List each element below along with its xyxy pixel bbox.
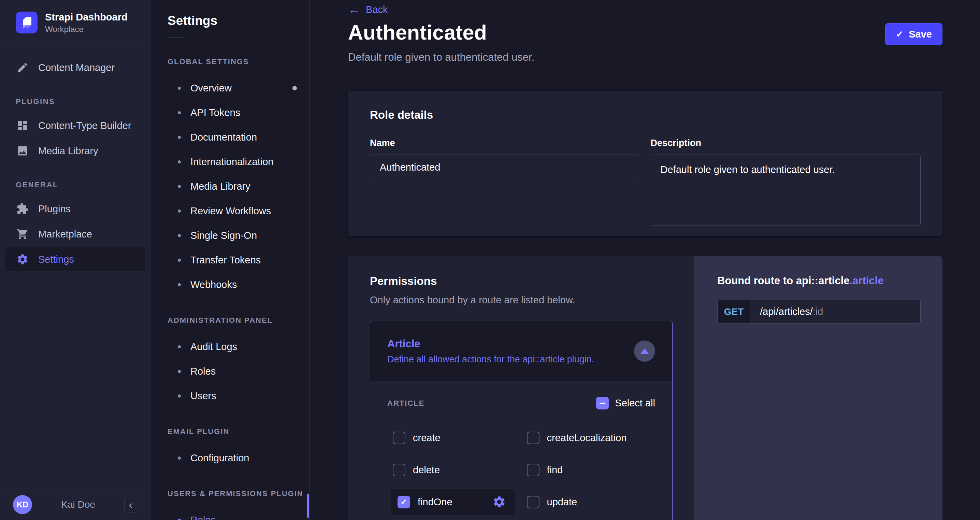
cart-icon: [16, 227, 29, 241]
divider: [435, 403, 586, 403]
divider: [167, 38, 184, 38]
article-accordion-header[interactable]: Article Define all allowed actions for t…: [370, 321, 672, 381]
settings-item-documentation[interactable]: Documentation: [167, 125, 309, 149]
settings-item-media-library[interactable]: Media Library: [167, 174, 309, 199]
settings-item-audit-logs[interactable]: Audit Logs: [167, 334, 309, 359]
settings-sidebar-title: Settings: [167, 14, 309, 28]
permission-create[interactable]: create: [393, 432, 441, 444]
collapse-sidebar-button[interactable]: ‹: [124, 497, 137, 512]
bound-route-accent: .article: [850, 275, 884, 286]
permission-delete[interactable]: delete: [393, 464, 440, 476]
nav-item-label: Settings: [38, 254, 74, 265]
save-label: Save: [909, 29, 932, 40]
bullet-icon: [178, 345, 181, 348]
main-nav: Content Manager PLUGINS Content-Type Bui…: [0, 45, 151, 488]
findOne-checkbox[interactable]: ✓: [398, 496, 410, 509]
main-content: ← Back Authenticated Default role given …: [310, 0, 980, 520]
accordion-title: Article: [387, 338, 634, 350]
section-global-settings: GLOBAL SETTINGS Overview API Tokens Docu…: [167, 57, 309, 297]
permission-update[interactable]: update: [527, 496, 578, 509]
select-all-control[interactable]: Select all: [596, 397, 655, 409]
section-label: ADMINISTRATION PANEL: [167, 316, 309, 325]
createLocalization-checkbox[interactable]: [527, 432, 539, 444]
nav-item-media-library[interactable]: Media Library: [5, 139, 145, 163]
create-checkbox[interactable]: [393, 432, 406, 444]
indeterminate-icon: [600, 402, 605, 404]
section-label: GLOBAL SETTINGS: [167, 57, 309, 66]
check-icon: ✓: [896, 29, 903, 40]
settings-item-configuration[interactable]: Configuration: [167, 445, 309, 470]
user-name: Kai Doe: [32, 499, 124, 510]
permissions-card: Permissions Only actions bound by a rout…: [348, 256, 694, 520]
back-arrow-icon: ←: [348, 3, 360, 16]
permissions-section: Permissions Only actions bound by a rout…: [348, 256, 942, 520]
avatar[interactable]: KD: [13, 495, 32, 514]
section-administration-panel: ADMINISTRATION PANEL Audit Logs Roles Us…: [167, 316, 309, 408]
back-label: Back: [366, 4, 388, 15]
settings-item-overview[interactable]: Overview: [167, 76, 309, 100]
chevron-left-icon: ‹: [129, 498, 133, 511]
active-item-indicator: [307, 494, 309, 518]
settings-item-admin-roles[interactable]: Roles: [167, 359, 309, 383]
update-checkbox[interactable]: [527, 496, 539, 509]
chevron-up-icon: [640, 348, 649, 354]
layout-grid-icon: [16, 119, 29, 132]
permissions-title: Permissions: [370, 275, 673, 288]
puzzle-icon: [16, 202, 29, 216]
nav-item-content-manager[interactable]: Content Manager: [5, 56, 145, 80]
bullet-icon: [178, 111, 181, 114]
settings-item-up-roles[interactable]: Roles: [167, 508, 309, 520]
route-param: :id: [813, 306, 823, 317]
settings-item-transfer-tokens[interactable]: Transfer Tokens: [167, 248, 309, 272]
permission-createLocalization[interactable]: createLocalization: [527, 432, 627, 444]
nav-section-general: GENERAL: [16, 181, 135, 189]
section-users-permissions-plugin: USERS & PERMISSIONS PLUGIN Roles: [167, 489, 309, 520]
back-link[interactable]: ← Back: [348, 3, 388, 16]
article-accordion: Article Define all allowed actions for t…: [370, 321, 673, 520]
app-title: Strapi Dashboard: [45, 11, 127, 22]
nav-item-settings[interactable]: Settings: [5, 247, 145, 271]
find-checkbox[interactable]: [527, 464, 539, 476]
save-button[interactable]: ✓ Save: [885, 23, 942, 45]
settings-item-review-workflows[interactable]: Review Workflows: [167, 199, 309, 223]
nav-item-label: Content Manager: [38, 62, 115, 73]
collapse-accordion-button[interactable]: [634, 340, 655, 362]
nav-item-plugins[interactable]: Plugins: [5, 197, 145, 221]
nav-item-label: Plugins: [38, 204, 71, 215]
bullet-icon: [178, 456, 181, 460]
bullet-icon: [178, 161, 181, 164]
permission-find[interactable]: find: [527, 464, 563, 476]
nav-item-label: Marketplace: [38, 229, 92, 240]
select-all-checkbox[interactable]: [596, 397, 609, 409]
strapi-dashboard: Strapi Dashboard Workplace Content Manag…: [0, 0, 980, 520]
delete-checkbox[interactable]: [393, 464, 406, 476]
settings-item-internationalization[interactable]: Internationalization: [167, 149, 309, 174]
settings-item-single-sign-on[interactable]: Single Sign-On: [167, 223, 309, 248]
permission-findOne[interactable]: ✓ findOne: [391, 489, 515, 515]
name-input[interactable]: [370, 154, 640, 180]
findOne-settings-button[interactable]: [492, 495, 506, 509]
workspace-switcher[interactable]: Strapi Dashboard Workplace: [0, 0, 151, 45]
settings-item-admin-users[interactable]: Users: [167, 383, 309, 408]
image-icon: [16, 144, 29, 157]
main-sidebar: Strapi Dashboard Workplace Content Manag…: [0, 0, 151, 520]
role-details-title: Role details: [370, 108, 921, 121]
bound-route-title: Bound route to api::article.article: [717, 275, 942, 287]
bullet-icon: [178, 394, 181, 398]
bullet-icon: [178, 185, 181, 188]
group-label: ARTICLE: [387, 399, 425, 408]
bullet-icon: [178, 210, 181, 213]
gear-icon: [16, 253, 29, 266]
permissions-subtitle: Only actions bound by a route are listed…: [370, 294, 673, 306]
settings-item-webhooks[interactable]: Webhooks: [167, 272, 309, 297]
accordion-description: Define all allowed actions for the api::…: [387, 354, 634, 365]
name-field-group: Name: [370, 138, 640, 227]
section-label: EMAIL PLUGIN: [167, 427, 309, 436]
nav-item-content-type-builder[interactable]: Content-Type Builder: [5, 114, 145, 137]
description-textarea[interactable]: [651, 154, 921, 226]
settings-item-api-tokens[interactable]: API Tokens: [167, 100, 309, 125]
section-email-plugin: EMAIL PLUGIN Configuration: [167, 427, 309, 470]
user-row: KD Kai Doe ‹: [0, 488, 151, 520]
page-subtitle: Default role given to authenticated user…: [348, 51, 535, 64]
nav-item-marketplace[interactable]: Marketplace: [5, 222, 145, 246]
